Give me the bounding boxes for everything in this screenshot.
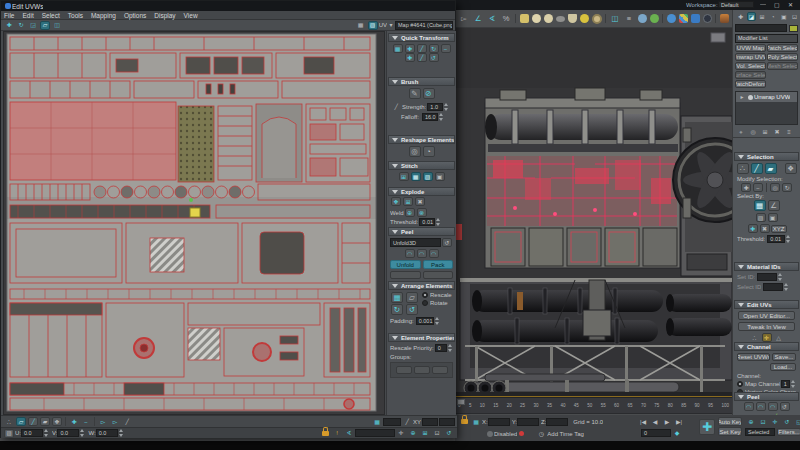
reset-uvws-button[interactable]: Reset UVWs <box>737 353 770 361</box>
threshold-field[interactable]: 0.01 <box>767 235 785 243</box>
rotate-radio[interactable] <box>422 300 428 306</box>
abs-offset-toggle-icon[interactable]: ▦ <box>471 417 481 426</box>
angle-snap-icon[interactable]: ∢ <box>486 13 498 24</box>
key-filters-button[interactable]: Filters... <box>777 428 800 436</box>
grow-uv-selection-icon[interactable]: ✚ <box>69 417 79 426</box>
element-toggle-icon[interactable]: ❖ <box>52 417 62 426</box>
stitch-source-icon[interactable]: ▦ <box>411 172 421 181</box>
create-key-plus-icon[interactable]: ✚ <box>699 419 715 435</box>
weld-threshold-spinner[interactable] <box>436 218 441 226</box>
polygon-subobject-icon[interactable]: ▰ <box>765 163 777 174</box>
menu-options[interactable]: Options <box>124 12 146 19</box>
align-right-icon[interactable]: ↻ <box>429 44 439 53</box>
go-to-start-icon[interactable]: |◀ <box>638 417 648 426</box>
v-spinner[interactable] <box>80 429 85 437</box>
snap-toggle-small-icon[interactable]: ∢ <box>344 429 354 438</box>
mute-icon[interactable] <box>487 431 493 437</box>
workspace-select[interactable]: Default <box>718 1 754 8</box>
mirror-tool-icon[interactable]: ◫ <box>52 21 62 30</box>
align-to-edge-icon[interactable]: ↺ <box>429 53 439 62</box>
polygon-mode-icon[interactable]: ▰ <box>40 417 50 426</box>
xy-u-field[interactable] <box>422 418 438 426</box>
menu-mapping[interactable]: Mapping <box>91 12 116 19</box>
time-slider-handle[interactable] <box>457 399 465 405</box>
edge-subobject-icon[interactable]: ╱ <box>751 163 763 174</box>
tweak-in-view-button[interactable]: Tweak In View <box>738 322 795 331</box>
select-ring-arrow-icon[interactable]: ▻ <box>110 417 120 426</box>
linear-align-icon[interactable]: ╱ <box>417 53 427 62</box>
channel-header[interactable]: Channel <box>734 342 799 351</box>
pack-now-icon[interactable]: ▦ <box>391 292 403 303</box>
quick-transform-header[interactable]: Quick Transform <box>388 33 455 42</box>
scale-tool-icon[interactable]: ◲ <box>28 21 38 30</box>
flatten-by-face-icon[interactable]: ❖ <box>391 197 401 206</box>
material-editor-icon[interactable] <box>679 14 688 23</box>
ring-selection-icon[interactable]: ◎ <box>770 183 780 192</box>
menu-file[interactable]: File <box>4 12 14 19</box>
peel-method-dropdown[interactable]: Unfold3D <box>390 238 441 247</box>
shrink-selection-icon[interactable]: − <box>753 183 763 192</box>
quick-peel-icon[interactable]: ◠ <box>744 402 754 411</box>
pack-button[interactable]: Pack <box>423 260 454 269</box>
modifier-stack[interactable]: ▸ Unwrap UVW <box>735 91 798 125</box>
peel-section-header[interactable]: Peel <box>388 227 455 236</box>
minimize-button[interactable]: — <box>760 1 766 7</box>
reshape-elements-header[interactable]: Reshape Elements <box>388 135 455 144</box>
element-properties-header[interactable]: Element Properties <box>388 333 455 342</box>
zoom-selected-tool-icon[interactable]: ↺ <box>444 429 454 438</box>
align-icon[interactable]: ≡ <box>623 13 635 24</box>
render-production-icon[interactable] <box>720 14 729 23</box>
teapot-icon[interactable] <box>532 14 541 23</box>
align-left-icon[interactable]: ╱ <box>417 44 427 53</box>
modifier-visibility-icon[interactable] <box>748 95 753 100</box>
weld-selected-icon[interactable]: ⊕ <box>405 208 415 217</box>
flatten-by-material-icon[interactable]: ✖ <box>415 197 425 206</box>
quick-peel-tool-icon[interactable]: ◠ <box>405 249 415 258</box>
modify-tab-icon[interactable]: ◪ <box>747 12 756 21</box>
motion-tab-icon[interactable]: ◔ <box>768 12 777 21</box>
sphere-icon[interactable] <box>544 14 553 23</box>
explode-header[interactable]: Explode <box>388 187 455 196</box>
selection-filter-dropdown[interactable]: Selected <box>745 428 775 436</box>
rotate-tool-icon[interactable]: ↻ <box>16 21 26 30</box>
uv-dropdown-arrow-icon[interactable]: ▾ <box>388 21 394 30</box>
unfold-button[interactable]: Unfold <box>390 260 421 269</box>
falloff-field[interactable]: 16.0 <box>422 113 438 121</box>
add-time-tag-label[interactable]: Add Time Tag <box>547 431 584 437</box>
xy-axis-label[interactable]: XY <box>413 419 421 425</box>
z-field[interactable] <box>546 418 568 426</box>
menu-select[interactable]: Select <box>42 12 60 19</box>
percent-snap-icon[interactable]: % <box>500 13 512 24</box>
absolute-mode-icon[interactable]: ▨ <box>4 429 14 438</box>
layer-manager-icon[interactable] <box>638 14 647 23</box>
stitch-target-icon[interactable]: ▣ <box>435 172 445 181</box>
material-ids-header[interactable]: Material IDs <box>734 262 799 271</box>
peel-header[interactable]: Peel <box>734 392 799 401</box>
move-tool-icon[interactable]: ✚ <box>4 21 14 30</box>
strength-field[interactable]: 1.0 <box>427 103 443 111</box>
show-map-icon[interactable]: ▨ <box>368 21 378 30</box>
go-to-end-icon[interactable]: ▶| <box>674 417 684 426</box>
relax-brush-icon[interactable]: ⊘ <box>423 88 435 99</box>
align-horizontal-icon[interactable]: ▦ <box>393 44 403 53</box>
modifier-list-dropdown[interactable]: Modifier List <box>735 34 798 43</box>
pelt-map-tool-icon[interactable]: ◠ <box>429 249 439 258</box>
modifier-button[interactable]: Patch Select <box>767 44 798 52</box>
weld-all-icon[interactable]: ⊗ <box>417 208 427 217</box>
w-field[interactable]: 0.0 <box>96 429 118 437</box>
texture-map-dropdown[interactable]: Map #4641 (Cube.png) <box>395 21 453 30</box>
vertex-subobject-icon[interactable]: ∴ <box>737 163 749 174</box>
select-invert-icon[interactable]: ✖ <box>760 224 770 233</box>
peel-reset-icon[interactable]: ↺ <box>442 238 452 247</box>
edge-mode-icon[interactable]: ╱ <box>28 417 38 426</box>
arrange-elements-header[interactable]: Arrange Elements <box>388 281 455 290</box>
falloff-spinner[interactable] <box>439 113 444 121</box>
edit-uvs-header[interactable]: Edit UVs <box>734 300 799 309</box>
yellow-sphere-icon[interactable] <box>580 14 589 23</box>
modifier-button[interactable]: Vol. Select <box>735 62 766 70</box>
render-setup-icon[interactable] <box>691 14 700 23</box>
stitch-header[interactable]: Stitch <box>388 161 455 170</box>
rotate-ccw-icon[interactable]: ↻ <box>391 304 403 315</box>
hierarchy-tab-icon[interactable]: ⊞ <box>758 12 767 21</box>
show-end-result-icon[interactable]: ◎ <box>748 128 758 137</box>
